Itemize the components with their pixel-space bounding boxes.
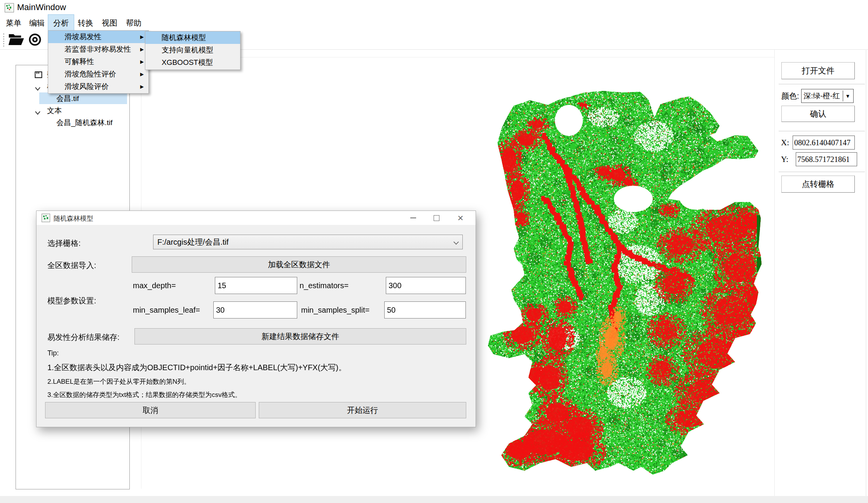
dialog-title: 随机森林模型 (54, 214, 93, 223)
menu-item-convert[interactable]: 转换 (73, 15, 98, 31)
color-ramp-select[interactable]: 深:绿-橙-红 ▼ (801, 89, 854, 103)
close-icon: × (457, 212, 463, 224)
y-coordinate-input[interactable] (796, 152, 857, 166)
minimize-icon (410, 218, 416, 218)
open-folder-icon (8, 33, 24, 47)
min-samples-leaf-label: min_samples_leaf= (133, 306, 200, 315)
right-panel-divider (774, 49, 775, 496)
menu-item-edit[interactable]: 编辑 (24, 15, 50, 31)
import-label: 全区数据导入: (47, 260, 96, 271)
toolbar-drag-handle[interactable] (3, 33, 5, 47)
menu-item-help[interactable]: 帮助 (121, 15, 146, 31)
tree-item-text-group[interactable]: 文本 (16, 105, 129, 117)
submenu-item-svm[interactable]: 支持向量机模型 (145, 44, 240, 56)
cancel-button[interactable]: 取消 (45, 402, 256, 418)
new-result-file-button[interactable]: 新建结果数据储存文件 (134, 328, 466, 345)
tree-item-huichang-rf-tif[interactable]: 会昌_随机森林.tif (16, 117, 129, 129)
maximize-button[interactable] (427, 211, 445, 225)
model-submenu: 随机森林模型 支持向量机模型 XGBOOST模型 (145, 31, 241, 70)
dialog-titlebar[interactable]: 随机森林模型 × (37, 211, 476, 225)
submenu-arrow-icon: ▶ (140, 31, 144, 43)
menubar: 菜单 编辑 分析 转换 视图 帮助 (0, 15, 868, 31)
raster-select-label: 选择栅格: (47, 238, 81, 249)
form-icon (35, 71, 42, 78)
analysis-dropdown-menu: 滑坡易发性 ▶ 若监督非对称易发性 ▶ 可解释性 ▶ 滑坡危险性评价 ▶ 滑坡风… (48, 30, 149, 94)
menu-item-view[interactable]: 视图 (97, 15, 122, 31)
submenu-arrow-icon: ▶ (140, 80, 144, 93)
submenu-arrow-icon: ▶ (140, 43, 144, 56)
run-button[interactable]: 开始运行 (259, 402, 466, 418)
color-label: 颜色: (781, 91, 799, 101)
confirm-button[interactable]: 确认 (781, 106, 855, 122)
result-store-label: 易发性分析结果储存: (47, 332, 120, 343)
menu-item-risk-evaluation[interactable]: 滑坡风险评价 ▶ (48, 80, 148, 93)
tree-selection-highlight (39, 92, 127, 104)
menu-item-weak-supervised[interactable]: 若监督非对称易发性 ▶ (48, 43, 148, 56)
separator (779, 172, 865, 172)
chevron-down-icon (35, 84, 42, 91)
menu-item-menu[interactable]: 菜单 (1, 15, 26, 31)
y-label: Y: (781, 155, 788, 164)
separator (779, 84, 865, 84)
separator (779, 131, 865, 131)
open-file-panel-button[interactable]: 打开文件 (781, 62, 855, 79)
n-estimators-label: n_estimators= (300, 281, 349, 290)
min-samples-split-input[interactable] (384, 301, 466, 319)
view-button[interactable] (26, 33, 44, 48)
color-ramp-value: 深:绿-橙-红 (802, 91, 840, 101)
menu-item-hazard-evaluation[interactable]: 滑坡危险性评价 ▶ (48, 68, 148, 80)
load-region-data-button[interactable]: 加载全区数据文件 (132, 256, 466, 273)
raster-select-value: F:/arcgis处理/会昌.tif (157, 238, 228, 246)
max-depth-input[interactable] (215, 277, 297, 294)
submenu-arrow-icon: ▶ (140, 68, 144, 80)
open-file-button[interactable] (7, 33, 26, 48)
n-estimators-input[interactable] (386, 277, 466, 294)
dialog-icon (42, 214, 50, 222)
menu-item-landslide-susceptibility[interactable]: 滑坡易发性 ▶ (48, 31, 148, 43)
menu-item-interpretability[interactable]: 可解释性 ▶ (48, 56, 148, 68)
tip-line-2: 2.LABEL是在第一个因子处从零开始数的第N列。 (47, 377, 190, 386)
chevron-down-icon (35, 108, 42, 115)
raster-select-combo[interactable]: F:/arcgis处理/会昌.tif (153, 235, 463, 249)
tip-line-1: 1.全区数据表头以及内容成为OBJECTID+pointid+因子名称+LABE… (47, 362, 346, 373)
minimize-button[interactable] (404, 211, 422, 225)
submenu-item-random-forest[interactable]: 随机森林模型 (145, 31, 240, 44)
min-samples-split-label: min_samples_split= (301, 306, 370, 315)
max-depth-label: max_depth= (133, 281, 176, 290)
maximize-icon (434, 215, 439, 221)
submenu-item-xgboost[interactable]: XGBOOST模型 (145, 56, 240, 69)
tree-item-huichang-tif[interactable]: 会昌.tif (16, 93, 129, 104)
eye-icon (28, 32, 42, 49)
titlebar: MainWindow (0, 0, 868, 15)
window-right-edge (866, 49, 866, 496)
params-label: 模型参数设置: (47, 296, 96, 306)
submenu-arrow-icon: ▶ (140, 56, 144, 68)
min-samples-leaf-input[interactable] (213, 301, 297, 319)
menu-item-analysis[interactable]: 分析 (48, 15, 74, 31)
chevron-down-icon (453, 239, 459, 245)
random-forest-dialog: 随机森林模型 × 选择栅格: F:/arcgis处理/会昌.tif 全区数据导入… (36, 211, 476, 427)
window-title: MainWindow (17, 2, 66, 12)
dropdown-arrow-icon: ▼ (843, 91, 852, 101)
tip-heading: Tip: (47, 349, 59, 357)
tip-line-3: 3.全区数据的储存类型为txt格式；结果数据的存储类型为csv格式。 (47, 390, 242, 399)
x-label: X: (781, 138, 789, 148)
statusbar (0, 496, 868, 503)
map-canvas[interactable] (486, 82, 770, 482)
app-icon (5, 3, 14, 12)
x-coordinate-input[interactable] (793, 136, 855, 150)
close-button[interactable]: × (451, 211, 469, 225)
point-to-raster-button[interactable]: 点转栅格 (781, 176, 855, 193)
